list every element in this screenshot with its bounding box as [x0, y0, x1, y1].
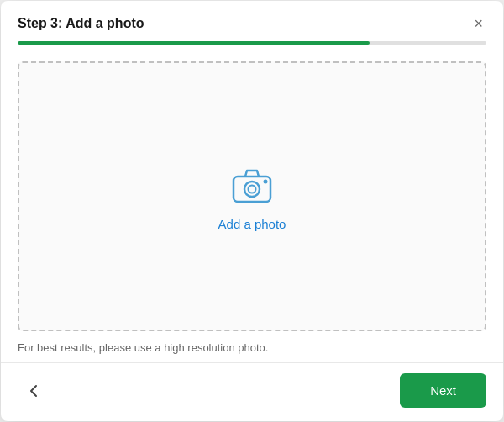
svg-point-2 — [249, 186, 256, 193]
hint-text: For best results, please use a high reso… — [18, 341, 486, 354]
content-area: Add a photo For best results, please use… — [1, 45, 503, 362]
progress-bar-container — [1, 33, 503, 45]
camera-icon — [228, 161, 276, 208]
dialog-footer: Next — [1, 362, 503, 421]
dialog-header: Step 3: Add a photo × — [1, 1, 503, 33]
photo-drop-zone[interactable]: Add a photo — [18, 61, 486, 331]
dialog: Step 3: Add a photo × — [1, 1, 503, 421]
dialog-title: Step 3: Add a photo — [18, 16, 144, 31]
svg-point-3 — [264, 180, 268, 184]
next-button[interactable]: Next — [400, 373, 486, 408]
svg-point-1 — [244, 182, 260, 197]
back-arrow-icon — [24, 382, 43, 400]
add-photo-label: Add a photo — [218, 217, 286, 231]
close-button[interactable]: × — [470, 14, 486, 33]
back-button[interactable] — [18, 375, 50, 407]
